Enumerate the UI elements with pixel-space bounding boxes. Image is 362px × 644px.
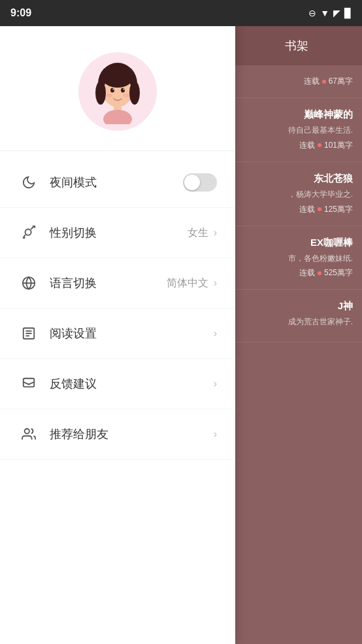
language-arrow-icon: › [214, 277, 217, 289]
night-mode-icon [18, 172, 39, 193]
avatar-section[interactable] [0, 26, 235, 151]
book-count: 125萬字 [324, 204, 353, 215]
list-item[interactable]: 连载 67萬字 [231, 65, 362, 98]
recommend-icon [18, 424, 39, 445]
book-status: 连载 [299, 204, 315, 215]
svg-line-15 [24, 235, 25, 236]
svg-point-13 [25, 229, 31, 235]
gender-switch-item[interactable]: 性别切换 女生 › [0, 208, 235, 258]
book-meta: 连载 101萬字 [240, 140, 353, 151]
feedback-label: 反馈建议 [50, 376, 214, 392]
status-icons: ⊖ ▼ ◤ ▉ [308, 8, 352, 18]
signal-icon: ◤ [333, 8, 340, 18]
book-desc: 成为荒古世家神子. [240, 316, 353, 328]
svg-point-8 [123, 89, 125, 90]
book-dot-icon [318, 143, 321, 147]
book-status: 连载 [304, 76, 320, 87]
book-meta: 连载 125萬字 [240, 204, 353, 215]
gender-icon [18, 222, 39, 243]
recommend-arrow-icon: › [214, 428, 217, 440]
book-desc: 待自己最基本生活. [240, 125, 353, 136]
language-icon [18, 273, 39, 294]
status-time: 9:09 [10, 7, 31, 19]
book-desc: 市，各色粉嫩妹纸. [240, 253, 353, 264]
list-item[interactable]: 东北苍狼 ，杨涛大学毕业之. 连载 125萬字 [231, 162, 362, 226]
list-item[interactable]: J神 成为荒古世家神子. [231, 290, 362, 343]
book-status: 连载 [299, 140, 315, 151]
night-mode-label: 夜间模式 [50, 175, 183, 190]
avatar[interactable] [78, 52, 157, 131]
left-panel: 夜间模式 性别切换 女生 › [0, 26, 235, 644]
feedback-arrow-icon: › [214, 378, 217, 390]
svg-point-2 [95, 81, 106, 105]
book-count: 525萬字 [324, 267, 353, 279]
book-dot-icon [318, 271, 321, 275]
svg-point-6 [121, 88, 125, 93]
recommend-item[interactable]: 推荐给朋友 › [0, 409, 235, 460]
svg-point-4 [102, 67, 133, 88]
book-title: J神 [240, 300, 353, 313]
wifi-icon: ▼ [320, 8, 329, 18]
svg-point-7 [113, 89, 114, 90]
book-status: 连载 [299, 267, 315, 279]
book-dot-icon [322, 80, 326, 84]
language-label: 语言切换 [50, 275, 167, 291]
right-panel: 书架 连载 67萬字 巅峰神蒙的 待自己最基本生活. 连载 101萬字 东北苍狼… [231, 26, 362, 644]
book-title: 东北苍狼 [240, 173, 353, 185]
book-count: 67萬字 [329, 76, 353, 87]
battery-icon: ▉ [344, 8, 352, 18]
list-item[interactable]: 巅峰神蒙的 待自己最基本生活. 连载 101萬字 [231, 98, 362, 162]
gender-arrow-icon: › [214, 227, 217, 239]
recommend-label: 推荐给朋友 [50, 426, 214, 442]
book-title: 巅峰神蒙的 [240, 109, 353, 121]
book-desc: ，杨涛大学毕业之. [240, 189, 353, 200]
avatar-image [85, 59, 150, 124]
reading-label: 阅读设置 [50, 326, 214, 341]
book-count: 101萬字 [324, 140, 353, 151]
book-meta: 连载 67萬字 [240, 76, 353, 87]
gender-value: 女生 [188, 226, 208, 240]
book-meta: 连载 525萬字 [240, 267, 353, 279]
svg-point-5 [110, 88, 114, 93]
book-title: EX咖喱棒 [240, 237, 353, 249]
book-dot-icon [318, 207, 321, 211]
feedback-item[interactable]: 反馈建议 › [0, 359, 235, 409]
night-mode-toggle[interactable] [183, 173, 217, 192]
bookshelf-title: 书架 [285, 39, 308, 52]
svg-point-9 [106, 93, 112, 97]
reading-icon [18, 323, 39, 344]
reading-arrow-icon: › [214, 328, 217, 339]
main-container: 书架 连载 67萬字 巅峰神蒙的 待自己最基本生活. 连载 101萬字 东北苍狼… [0, 26, 362, 644]
status-bar: 9:09 ⊖ ▼ ◤ ▉ [0, 0, 362, 26]
feedback-icon [18, 373, 39, 394]
list-item[interactable]: EX咖喱棒 市，各色粉嫩妹纸. 连载 525萬字 [231, 226, 362, 290]
bookshelf-header: 书架 [231, 26, 362, 65]
svg-point-3 [129, 81, 140, 105]
do-not-disturb-icon: ⊖ [308, 8, 316, 18]
reading-settings-item[interactable]: 阅读设置 › [0, 309, 235, 359]
language-value: 简体中文 [167, 277, 208, 290]
svg-point-25 [25, 429, 29, 433]
svg-point-10 [123, 93, 129, 97]
language-switch-item[interactable]: 语言切换 简体中文 › [0, 258, 235, 309]
night-mode-item[interactable]: 夜间模式 [0, 158, 235, 208]
menu-list: 夜间模式 性别切换 女生 › [0, 151, 235, 644]
svg-point-12 [103, 110, 132, 124]
gender-label: 性别切换 [50, 225, 188, 241]
